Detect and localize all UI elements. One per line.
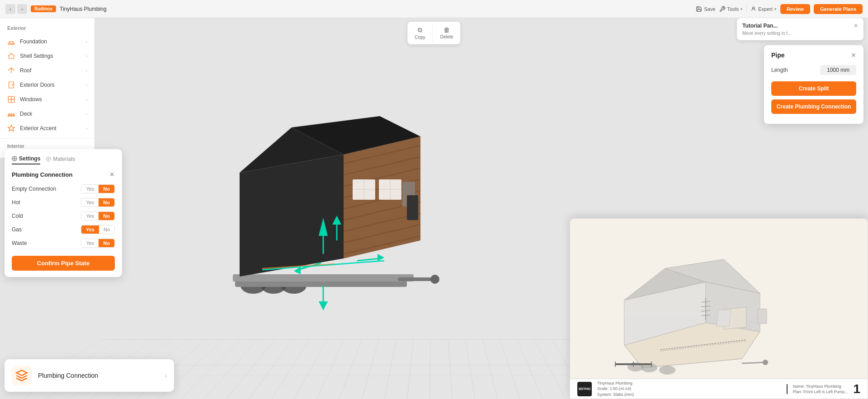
- blueprint-system: System: Slabs (mm): [597, 392, 781, 398]
- windows-label: Windows: [20, 96, 81, 103]
- gas-yes[interactable]: Yes: [81, 225, 99, 234]
- waste-toggle: Yes No: [81, 239, 115, 248]
- sidebar-item-shell[interactable]: Shell Settings ›: [0, 49, 94, 63]
- expert-label: Expert: [758, 6, 773, 12]
- deck-icon: [7, 110, 15, 118]
- sidebar-item-roof[interactable]: Roof ›: [0, 63, 94, 78]
- sidebar-item-exterior-doors[interactable]: Exterior Doors ›: [0, 78, 94, 92]
- pipe-panel: Pipe ✕ Length 1000 mm Create Split Creat…: [764, 45, 863, 124]
- plumbing-panel: Settings Materials Plumbing Connection ✕…: [5, 149, 122, 277]
- sidebar-item-windows[interactable]: Windows ›: [0, 92, 94, 107]
- notification-chevron[interactable]: ›: [165, 372, 167, 379]
- pipe-panel-title: Pipe: [771, 52, 785, 59]
- svg-point-54: [14, 158, 15, 160]
- gas-row: Gas Yes No: [12, 225, 115, 234]
- sidebar-item-foundation[interactable]: Foundation ›: [0, 34, 94, 49]
- hot-label: Hot: [12, 199, 20, 206]
- create-plumbing-connection-button[interactable]: Create Plumbing Connection: [771, 99, 856, 114]
- header: ‹ › Rudinos TinyHaus Plumbing Save Tools…: [0, 0, 868, 18]
- notification-text: Plumbing Connection: [38, 372, 158, 379]
- expert-button[interactable]: Expert ▾: [750, 6, 777, 12]
- generate-plans-button[interactable]: Generate Plans: [814, 4, 863, 14]
- shell-chevron: ›: [86, 54, 87, 59]
- exterior-accent-label: Exterior Accent: [20, 125, 81, 131]
- empty-connection-label: Empty Connection: [12, 186, 56, 192]
- cold-no[interactable]: No: [99, 212, 114, 220]
- windows-chevron: ›: [86, 97, 87, 102]
- copy-label: Copy: [415, 35, 425, 40]
- blueprint-footer: 3DTHO TinyHaus Plumbing Scale: 1:50 (At …: [570, 379, 868, 399]
- svg-rect-40: [407, 195, 418, 220]
- roof-label: Roof: [20, 67, 81, 74]
- foundation-icon: [7, 38, 15, 46]
- blueprint-title: TinyHaus Plumbing: [597, 380, 781, 386]
- blueprint-scale: Scale: 1:50 (At A4): [597, 386, 781, 392]
- hot-yes[interactable]: Yes: [81, 198, 99, 207]
- copy-button[interactable]: ⧉ Copy: [407, 23, 433, 42]
- panel-tabs: Settings Materials: [12, 155, 115, 164]
- gas-label: Gas: [12, 226, 22, 233]
- gas-toggle: Yes No: [81, 225, 115, 234]
- svg-marker-47: [377, 254, 384, 261]
- sidebar-item-exterior-accent[interactable]: Exterior Accent ›: [0, 121, 94, 136]
- delete-button[interactable]: 🗑 Delete: [433, 23, 461, 42]
- delete-icon: 🗑: [443, 26, 450, 33]
- house-3d-view: [118, 45, 561, 372]
- hot-no[interactable]: No: [99, 198, 114, 207]
- save-button[interactable]: Save: [696, 6, 715, 12]
- forward-button[interactable]: ›: [17, 4, 27, 14]
- left-sidebar: Exterior Foundation › Shell Settings › R…: [0, 18, 95, 158]
- svg-point-0: [753, 7, 755, 9]
- house-svg: [203, 91, 475, 326]
- svg-line-46: [357, 258, 380, 261]
- blueprint-logo: 3DTHO: [578, 387, 590, 391]
- materials-tab-label: Materials: [53, 156, 75, 162]
- empty-connection-no[interactable]: No: [99, 185, 114, 193]
- save-label: Save: [704, 6, 715, 12]
- waste-label: Waste: [12, 240, 27, 246]
- delete-label: Delete: [440, 34, 453, 39]
- waste-row: Waste Yes No: [12, 239, 115, 248]
- roof-icon: [7, 66, 15, 75]
- tab-materials[interactable]: Materials: [46, 155, 75, 164]
- svg-point-56: [47, 158, 49, 160]
- svg-rect-17: [233, 274, 414, 282]
- blueprint-inner: 3DTHO TinyHaus Plumbing Scale: 1:50 (At …: [570, 219, 868, 399]
- gas-no[interactable]: No: [99, 225, 114, 234]
- waste-no[interactable]: No: [99, 239, 114, 247]
- sidebar-item-deck[interactable]: Deck ›: [0, 107, 94, 121]
- tutorial-close-button[interactable]: ✕: [854, 23, 858, 29]
- panel-title-row: Plumbing Connection ✕: [12, 171, 115, 178]
- foundation-label: Foundation: [20, 38, 81, 45]
- empty-connection-yes[interactable]: Yes: [81, 185, 99, 193]
- tab-settings[interactable]: Settings: [12, 155, 40, 164]
- svg-point-71: [659, 366, 675, 375]
- exterior-accent-chevron: ›: [86, 126, 87, 131]
- tutorial-subtitle: Move every setting in t...: [742, 31, 858, 36]
- cold-row: Cold Yes No: [12, 211, 115, 221]
- confirm-pipe-state-button[interactable]: Confirm Pipe State: [12, 256, 115, 271]
- plumbing-panel-close[interactable]: ✕: [109, 171, 115, 178]
- svg-line-73: [742, 362, 764, 363]
- tutorial-title: Tutorial Pan...: [742, 23, 778, 29]
- deck-label: Deck: [20, 111, 81, 117]
- svg-point-55: [46, 157, 51, 161]
- empty-connection-row: Empty Connection Yes No: [12, 184, 115, 193]
- roof-chevron: ›: [86, 68, 87, 73]
- tools-label: Tools: [727, 6, 739, 12]
- review-button[interactable]: Review: [780, 4, 810, 14]
- back-button[interactable]: ‹: [5, 4, 15, 14]
- empty-connection-toggle: Yes No: [81, 184, 115, 193]
- plumbing-notification-icon: [15, 369, 28, 382]
- tutorial-header: Tutorial Pan... ✕: [742, 23, 858, 29]
- pipe-panel-close-button[interactable]: ✕: [851, 52, 856, 59]
- blueprint-plan-label: Plan: Front Left is Left Pump...: [793, 390, 848, 394]
- waste-yes[interactable]: Yes: [81, 239, 99, 247]
- blueprint-svg: [570, 219, 868, 379]
- breadcrumb-badge[interactable]: Rudinos: [31, 5, 56, 12]
- cold-yes[interactable]: Yes: [81, 212, 99, 220]
- create-split-button[interactable]: Create Split: [771, 81, 856, 96]
- svg-rect-4: [9, 82, 14, 88]
- tools-button[interactable]: Tools ▾: [719, 6, 743, 12]
- exterior-doors-chevron: ›: [86, 83, 87, 88]
